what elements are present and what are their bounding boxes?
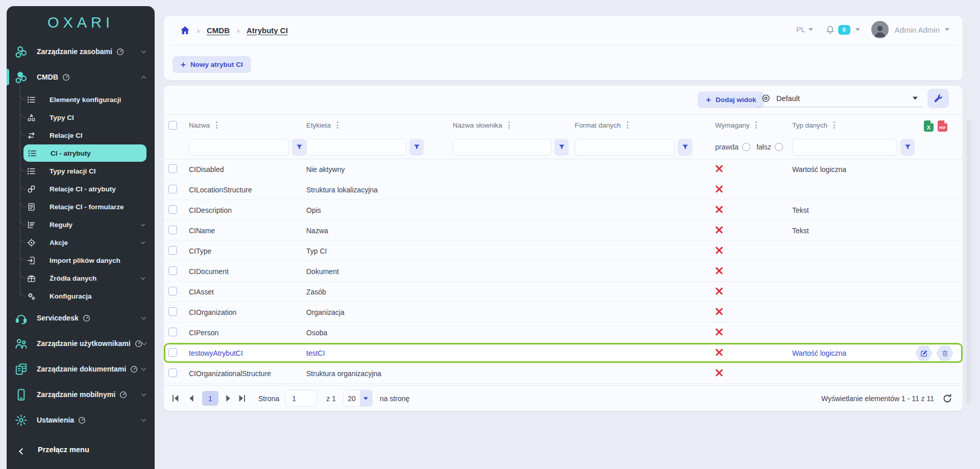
filter-button-type[interactable] [900, 139, 915, 156]
sidebar-item[interactable]: Ustawienia [7, 407, 155, 433]
required-false-radio[interactable] [775, 143, 783, 151]
table-settings-button[interactable] [927, 89, 949, 108]
page-input[interactable] [285, 390, 317, 407]
cell-label: Dokument [306, 267, 453, 276]
add-view-button[interactable]: + Dodaj widok [698, 91, 764, 108]
view-toolbar: + Dodaj widok Default [164, 86, 963, 115]
chevron-left-icon [19, 448, 26, 455]
sidebar-subitem[interactable]: Typy CI [7, 109, 155, 127]
column-menu-icon[interactable] [626, 120, 629, 130]
sidebar-subitem[interactable]: Relacje CI [7, 127, 155, 144]
filter-input-name[interactable] [189, 139, 289, 156]
sidebar-subitem[interactable]: Relacje CI - atrybuty [7, 180, 155, 198]
required-false-icon [715, 164, 723, 172]
column-menu-icon[interactable] [336, 120, 339, 130]
chevron-down-icon [141, 365, 146, 371]
table-row[interactable]: CIName Nazwa Tekst [164, 220, 963, 241]
sidebar-item[interactable]: Zarządzanie użytkownikami [7, 331, 155, 356]
sidebar-subitem[interactable]: Typy relacji CI [7, 162, 155, 180]
sidebar-subitem[interactable]: Akcje [7, 234, 155, 252]
row-checkbox[interactable] [168, 164, 177, 173]
filter-input-type[interactable] [792, 139, 897, 156]
export-pdf-icon[interactable]: PDF [938, 120, 947, 132]
row-checkbox[interactable] [168, 328, 177, 336]
filter-input-dictionary[interactable] [453, 139, 551, 156]
chevron-down-icon[interactable] [945, 28, 949, 31]
sidebar-item-zarzadzanie-zasobami[interactable]: Zarządzanie zasobami [7, 39, 155, 64]
funnel-icon [413, 144, 420, 151]
sidebar-subitem[interactable]: Źródła danych [7, 269, 155, 287]
vertical-scrollbar[interactable] [966, 119, 971, 404]
table-row[interactable]: CIAsset Zasób [164, 282, 963, 302]
export-excel-icon[interactable]: X [924, 120, 934, 132]
breadcrumb-atrybuty-link[interactable]: Atrybuty CI [247, 26, 288, 35]
dashboard-dial-icon [116, 48, 124, 56]
page-number-button[interactable]: 1 [202, 391, 218, 406]
toggle-menu-button[interactable]: Przełącz menu [7, 441, 155, 461]
column-menu-icon[interactable] [215, 120, 218, 130]
column-menu-icon[interactable] [832, 120, 836, 130]
filter-button-name[interactable] [292, 139, 306, 156]
select-all-checkbox[interactable] [168, 121, 177, 130]
row-checkbox[interactable] [168, 226, 177, 234]
table-row[interactable]: CILocationStructure Struktura lokalizacy… [164, 180, 963, 200]
sidebar-item[interactable]: Servicedesk [7, 305, 155, 331]
language-selector[interactable]: PL [796, 26, 805, 34]
view-selector[interactable]: Default [756, 90, 923, 107]
filter-button-dictionary[interactable] [554, 139, 569, 156]
table-row[interactable]: CIType Typ CI [164, 241, 963, 261]
table-row[interactable]: CIOrganizationalStructure Struktura orga… [164, 363, 963, 384]
filter-input-format[interactable] [575, 139, 675, 156]
page-size-select[interactable]: 20 [343, 390, 373, 407]
notifications-bell-icon[interactable] [825, 25, 835, 35]
home-icon[interactable] [180, 26, 190, 35]
filter-button-label[interactable] [409, 139, 424, 156]
sidebar-subitem[interactable]: Relacje CI - formularze [7, 198, 155, 216]
refresh-icon[interactable] [942, 393, 952, 404]
cell-name: CIOrganization [189, 308, 306, 316]
row-checkbox[interactable] [168, 185, 177, 193]
required-true-radio[interactable] [742, 143, 750, 151]
first-page-button[interactable] [173, 395, 179, 402]
previous-page-button[interactable] [188, 395, 195, 402]
sidebar-subitem[interactable]: Import plików danych [7, 252, 155, 269]
row-checkbox[interactable] [168, 307, 177, 316]
table-row[interactable]: CIDescription Opis Tekst [164, 200, 963, 220]
edit-button[interactable] [915, 345, 933, 361]
delete-button[interactable] [936, 345, 953, 361]
chevron-down-icon[interactable] [808, 28, 813, 31]
table-row[interactable]: CIDisabled Nie aktywny Wartość logiczna [164, 159, 963, 180]
next-page-button[interactable] [225, 395, 231, 402]
row-checkbox[interactable] [168, 205, 177, 214]
row-checkbox[interactable] [168, 246, 177, 255]
breadcrumb-cmdb-link[interactable]: CMDB [207, 26, 230, 35]
menu-label: CMDB [37, 73, 58, 81]
column-menu-icon[interactable] [507, 120, 511, 130]
table-row[interactable]: CIOrganization Organizacja [164, 302, 963, 323]
chevron-down-icon[interactable] [855, 28, 860, 31]
table-row[interactable]: CIPerson Osoba [164, 323, 963, 343]
row-checkbox[interactable] [168, 266, 177, 275]
row-checkbox[interactable] [168, 348, 177, 357]
sidebar-item-cmdb[interactable]: CMDB [7, 64, 155, 90]
table-row[interactable]: CIDocument Dokument [164, 261, 963, 282]
sidebar-subitem[interactable]: Konfiguracja [7, 287, 155, 305]
filter-button-format[interactable] [678, 139, 692, 156]
user-menu[interactable]: Admin Admin [895, 26, 940, 34]
last-page-button[interactable] [238, 395, 245, 402]
submenu-icon [27, 185, 36, 193]
row-checkbox[interactable] [168, 368, 177, 377]
sidebar-item[interactable]: Zarządzanie mobilnymi [7, 382, 155, 407]
row-checkbox[interactable] [168, 287, 177, 295]
column-menu-icon[interactable] [754, 120, 758, 130]
sidebar-item[interactable]: Zarządzanie dokumentami [7, 356, 155, 382]
new-attribute-button[interactable]: + Nowy atrybut CI [173, 56, 251, 73]
sidebar-subitem[interactable]: Reguły [7, 216, 155, 234]
sidebar-subitem[interactable]: Elementy konfiguracji [7, 91, 155, 109]
menu-label: Servicedesk [37, 314, 79, 322]
table-row[interactable]: testowyAtrybutCI testCI Wartość logiczna [164, 343, 963, 363]
sidebar-subitem[interactable]: CI - atrybuty [23, 144, 146, 162]
filter-input-label[interactable] [306, 139, 406, 156]
user-avatar[interactable] [871, 21, 889, 38]
notification-count-badge[interactable]: 0 [838, 25, 850, 35]
